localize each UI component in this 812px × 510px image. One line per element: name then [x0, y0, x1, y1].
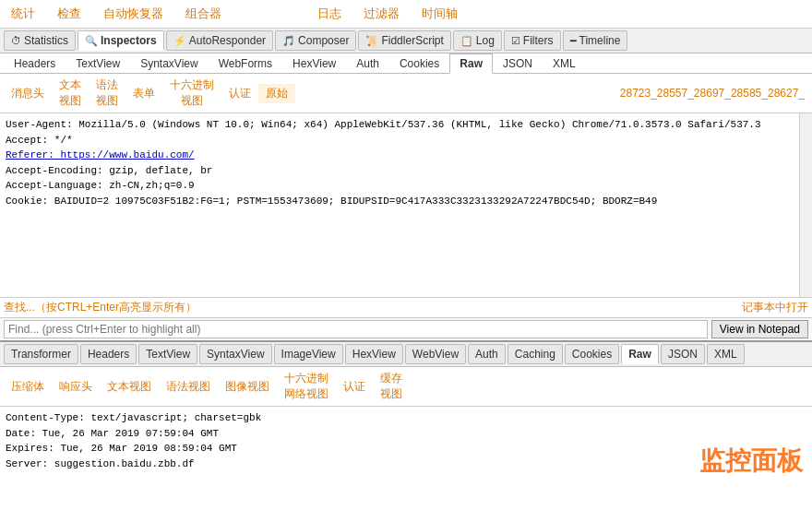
btab-imageview-label: ImageView	[281, 348, 336, 361]
notepad-link[interactable]: 记事本中打开	[742, 300, 808, 315]
tab-timeline-label: Timeline	[579, 34, 621, 47]
lightning-icon: ⚡	[173, 35, 186, 47]
btab-transformer[interactable]: Transformer	[4, 344, 78, 364]
request-scrollbar[interactable]	[799, 113, 812, 297]
tab-statistics[interactable]: ⏱ Statistics	[4, 30, 76, 51]
btab-auth-label: Auth	[475, 348, 498, 361]
menu-autoresponder[interactable]: 自动恢复器	[100, 4, 167, 24]
timeline-icon: ━	[570, 35, 577, 47]
tab-fiddlerscript[interactable]: 📜 FiddlerScript	[358, 30, 450, 51]
btab-caching[interactable]: Caching	[508, 344, 563, 364]
btab-headers[interactable]: Headers	[80, 344, 137, 364]
menu-inspect[interactable]: 检查	[54, 4, 85, 24]
view-in-notepad-button[interactable]: View in Notepad	[711, 320, 808, 338]
req-tab-headers[interactable]: Headers	[4, 53, 66, 73]
tab-inspectors-label: Inspectors	[101, 34, 157, 47]
request-line-4: Accept-Encoding: gzip, deflate, br	[6, 163, 806, 179]
resp-line-1: Content-Type: text/javascript; charset=g…	[6, 410, 806, 426]
menu-timeline[interactable]: 时间轴	[418, 4, 461, 24]
tab-log-label: Log	[476, 34, 495, 47]
req-tab-webforms[interactable]: WebForms	[209, 53, 282, 73]
request-subtabs: Headers TextView SyntaxView WebForms Hex…	[0, 53, 812, 74]
tab-timeline[interactable]: ━ Timeline	[563, 30, 628, 51]
tab-composer[interactable]: 🎵 Composer	[275, 30, 356, 51]
menu-filters[interactable]: 过滤器	[360, 4, 403, 24]
btab-syntaxview[interactable]: SyntaxView	[199, 344, 271, 364]
search-bar: 查找...（按CTRL+Enter高亮显示所有） 记事本中打开	[0, 298, 812, 318]
btab-textview-label: TextView	[146, 348, 190, 361]
script-icon: 📜	[365, 35, 378, 47]
req-tab-auth[interactable]: Auth	[346, 53, 389, 73]
response-content-area: Content-Type: text/javascript; charset=g…	[0, 407, 812, 488]
search-label: 查找...（按CTRL+Enter高亮显示所有）	[4, 300, 742, 315]
find-input[interactable]	[4, 320, 708, 338]
req-tab-cookies[interactable]: Cookies	[389, 53, 449, 73]
request-line-5: Accept-Language: zh-CN,zh;q=0.9	[6, 178, 806, 194]
tab-filters[interactable]: ☑ Filters	[504, 30, 561, 51]
cn-label-raw[interactable]: 原始	[258, 84, 295, 103]
tab-inspectors[interactable]: 🔍 Inspectors	[78, 30, 164, 51]
filter-icon: ☑	[511, 35, 520, 47]
req-tab-json[interactable]: JSON	[493, 53, 543, 73]
cn-label-header[interactable]: 消息头	[4, 84, 52, 103]
btab-xml-label: XML	[714, 348, 737, 361]
resp-line-4: Server: suggestion.baidu.zbb.df	[6, 457, 806, 472]
request-line-2: Accept: */*	[6, 133, 806, 148]
clock-icon: ⏱	[11, 35, 21, 46]
req-tab-hexview[interactable]: HexView	[282, 53, 346, 73]
req-tab-textview[interactable]: TextView	[66, 53, 130, 73]
resp-line-3: Expires: Tue, 26 Mar 2019 08:59:04 GMT	[6, 441, 806, 457]
resp-cn-auth[interactable]: 认证	[336, 377, 373, 397]
resp-cn-compress[interactable]: 压缩体	[4, 377, 52, 397]
menu-stats[interactable]: 统计	[7, 4, 39, 24]
btab-json[interactable]: JSON	[661, 344, 705, 364]
bottom-toolbar: Transformer Headers TextView SyntaxView …	[0, 342, 812, 367]
tab-log[interactable]: 📋 Log	[453, 30, 502, 51]
cn-label-syntaxview[interactable]: 语法 视图	[89, 76, 125, 111]
btab-json-label: JSON	[668, 348, 698, 361]
request-scroll-indicator: 28723_28557_28697_28585_28627_	[620, 87, 808, 100]
cn-label-textview[interactable]: 文本 视图	[52, 76, 89, 111]
btab-raw[interactable]: Raw	[621, 344, 659, 364]
btab-webview[interactable]: WebView	[405, 344, 466, 364]
btab-webview-label: WebView	[412, 348, 459, 361]
resp-cn-cache[interactable]: 缓存 视图	[373, 369, 410, 404]
tab-filters-label: Filters	[523, 34, 554, 47]
referer-link[interactable]: Referer: https://www.baidu.com/	[6, 149, 195, 160]
main-toolbar: ⏱ Statistics 🔍 Inspectors ⚡ AutoResponde…	[0, 29, 812, 53]
req-tab-raw[interactable]: Raw	[449, 53, 493, 74]
tab-composer-label: Composer	[298, 34, 349, 47]
req-tab-xml[interactable]: XML	[543, 53, 586, 73]
tab-autoresponder[interactable]: ⚡ AutoResponder	[166, 30, 273, 51]
btab-auth[interactable]: Auth	[468, 344, 506, 364]
request-line-6: Cookie: BAIDUID=2 10975C03F51B2:FG=1; PS…	[6, 194, 806, 209]
resp-cn-textview[interactable]: 文本视图	[100, 377, 159, 397]
music-icon: 🎵	[282, 35, 295, 47]
btab-cookies[interactable]: Cookies	[565, 344, 619, 364]
menu-composer[interactable]: 组合器	[182, 4, 225, 24]
tab-statistics-label: Statistics	[24, 34, 68, 47]
cn-label-auth[interactable]: 认证	[221, 84, 258, 103]
req-tab-syntaxview[interactable]: SyntaxView	[130, 53, 208, 73]
btab-imageview[interactable]: ImageView	[274, 344, 343, 364]
btab-headers-label: Headers	[88, 348, 129, 361]
btab-transformer-label: Transformer	[11, 348, 71, 361]
cn-label-hexview[interactable]: 十六进制 视图	[162, 76, 221, 111]
btab-raw-label: Raw	[628, 348, 651, 361]
request-line-1: User-Agent: Mozilla/5.0 (Windows NT 10.0…	[6, 117, 806, 133]
request-line-3: Referer: https://www.baidu.com/	[6, 148, 806, 163]
resp-cn-headers[interactable]: 响应头	[52, 377, 100, 397]
btab-xml[interactable]: XML	[707, 344, 745, 364]
cn-label-form[interactable]: 表单	[125, 84, 162, 103]
resp-cn-hexview[interactable]: 十六进制 网络视图	[277, 369, 336, 404]
tab-fiddlerscript-label: FiddlerScript	[381, 34, 443, 47]
request-text: User-Agent: Mozilla/5.0 (Windows NT 10.0…	[0, 113, 812, 297]
btab-textview[interactable]: TextView	[138, 344, 197, 364]
resp-cn-imageview[interactable]: 图像视图	[218, 377, 277, 397]
menu-log[interactable]: 日志	[314, 4, 345, 24]
resp-cn-syntaxview[interactable]: 语法视图	[159, 377, 218, 397]
btab-caching-label: Caching	[515, 348, 555, 361]
resp-line-6: jQuery11020578435961667739_1553587100110…	[6, 487, 806, 489]
response-cn-labels: 压缩体 响应头 文本视图 语法视图 图像视图 十六进制 网络视图 认证 缓存 视…	[0, 367, 812, 407]
btab-hexview[interactable]: HexView	[345, 344, 403, 364]
